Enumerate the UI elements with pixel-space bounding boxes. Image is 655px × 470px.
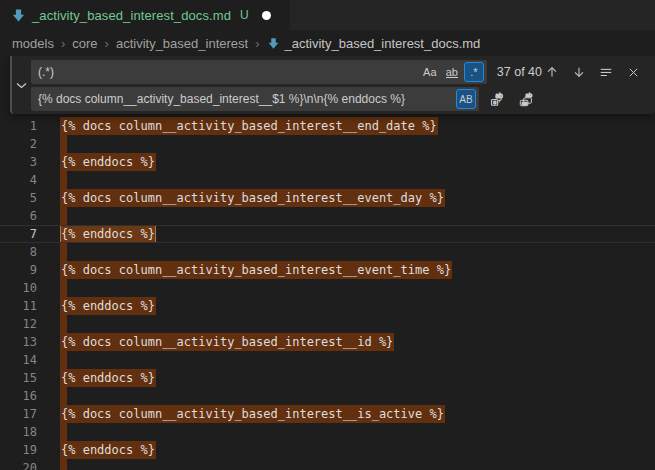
markdown-file-icon [11,8,26,23]
find-match-highlight: {% docs column__activity_based_interest_… [60,189,445,207]
code-line[interactable]: 19{% enddocs %} [0,441,655,459]
breadcrumb-item-activity-based-interest[interactable]: activity_based_interest [116,36,248,51]
line-number: 9 [0,261,37,279]
whole-word-label: ab [446,67,458,78]
empty-line-match-highlight [60,387,67,405]
breadcrumb-item-models[interactable]: models [12,36,54,51]
regex-button[interactable]: .* [464,62,484,82]
find-row: Aa ab .* 37 of 40 [31,60,647,84]
find-match-highlight: {% enddocs %} [60,441,156,459]
editor-pane[interactable]: 1{% docs column__activity_based_interest… [0,56,655,470]
unsaved-dot-icon [262,11,271,20]
code-line[interactable]: 7{% enddocs %} [0,225,655,243]
replace-all-button[interactable]: ab ac [516,89,536,109]
find-match-highlight: {% docs column__activity_based_interest_… [60,333,394,351]
replace-row: AB ab c [31,87,647,111]
find-match-highlight: {% docs column__activity_based_interest_… [60,405,445,423]
tab-filename: _activity_based_interest_docs.md [32,8,231,23]
line-number: 11 [0,297,37,315]
whole-word-button[interactable]: ab [442,62,462,82]
find-match-highlight: {% enddocs %} [60,225,156,243]
code-line[interactable]: 2 [0,135,655,153]
toggle-replace-button[interactable] [12,56,31,114]
find-match-highlight: {% docs column__activity_based_interest_… [60,261,452,279]
arrow-up-icon [545,65,559,79]
code-lines: 1{% docs column__activity_based_interest… [0,117,655,470]
replace-options: AB [456,89,476,109]
line-number: 2 [0,135,37,153]
breadcrumb-separator: › [255,36,259,51]
line-number: 8 [0,243,37,261]
empty-line-match-highlight [60,171,67,189]
line-number: 4 [0,171,37,189]
svg-text:ac: ac [522,100,528,106]
code-line[interactable]: 8 [0,243,655,261]
code-line[interactable]: 4 [0,171,655,189]
code-line[interactable]: 1{% docs column__activity_based_interest… [0,117,655,135]
line-number: 16 [0,387,37,405]
find-results-count: 37 of 40 [497,65,542,79]
code-line[interactable]: 3{% enddocs %} [0,153,655,171]
code-line[interactable]: 10 [0,279,655,297]
empty-line-match-highlight [60,423,67,441]
line-number: 19 [0,441,37,459]
next-match-button[interactable] [569,62,589,82]
empty-line-match-highlight [60,459,67,470]
code-line[interactable]: 13{% docs column__activity_based_interes… [0,333,655,351]
line-number: 14 [0,351,37,369]
code-line[interactable]: 17{% docs column__activity_based_interes… [0,405,655,423]
find-in-selection-button[interactable] [596,62,616,82]
code-line[interactable]: 12 [0,315,655,333]
code-line[interactable]: 6 [0,207,655,225]
line-number: 18 [0,423,37,441]
arrow-down-icon [572,65,586,79]
line-number: 7 [0,225,37,243]
line-number: 5 [0,189,37,207]
line-number: 15 [0,369,37,387]
line-number: 13 [0,333,37,351]
breadcrumb-item-core[interactable]: core [72,36,97,51]
breadcrumb-separator: › [105,36,109,51]
code-line[interactable]: 5{% docs column__activity_based_interest… [0,189,655,207]
vscode-window: _activity_based_interest_docs.md U model… [0,0,655,470]
empty-line-match-highlight [60,315,67,333]
previous-match-button[interactable] [542,62,562,82]
line-number: 10 [0,279,37,297]
close-icon [627,66,640,79]
chevron-down-icon [16,82,27,89]
line-number: 17 [0,405,37,423]
markdown-file-icon [267,37,280,50]
code-line[interactable]: 18 [0,423,655,441]
git-status-badge: U [240,8,249,22]
code-line[interactable]: 15{% enddocs %} [0,369,655,387]
find-replace-widget: Aa ab .* 37 of 40 [10,56,655,114]
line-number: 12 [0,315,37,333]
replace-all-icon: ab ac [518,91,534,107]
code-line[interactable]: 11{% enddocs %} [0,297,655,315]
empty-line-match-highlight [60,351,67,369]
svg-text:ab: ab [496,92,504,99]
search-input[interactable] [31,60,487,84]
breadcrumb-item-file[interactable]: _activity_based_interest_docs.md [285,36,481,51]
search-options: Aa ab .* [420,62,484,82]
replace-input[interactable] [31,87,479,111]
tab-bar: _activity_based_interest_docs.md U [0,0,655,30]
close-button[interactable] [623,62,643,82]
breadcrumb-separator: › [61,36,65,51]
find-match-highlight: {% docs column__activity_based_interest_… [60,117,438,135]
code-line[interactable]: 20 [0,459,655,470]
empty-line-match-highlight [60,243,67,261]
preserve-case-button[interactable]: AB [456,89,476,109]
match-case-button[interactable]: Aa [420,62,440,82]
line-number: 1 [0,117,37,135]
tab-activity-based-interest-docs[interactable]: _activity_based_interest_docs.md U [0,0,290,30]
empty-line-match-highlight [60,279,67,297]
replace-button[interactable]: ab c [487,89,507,109]
empty-line-match-highlight [60,207,67,225]
line-number: 6 [0,207,37,225]
find-match-highlight: {% enddocs %} [60,297,156,315]
code-line[interactable]: 16 [0,387,655,405]
code-line[interactable]: 14 [0,351,655,369]
find-match-highlight: {% enddocs %} [60,153,156,171]
code-line[interactable]: 9{% docs column__activity_based_interest… [0,261,655,279]
